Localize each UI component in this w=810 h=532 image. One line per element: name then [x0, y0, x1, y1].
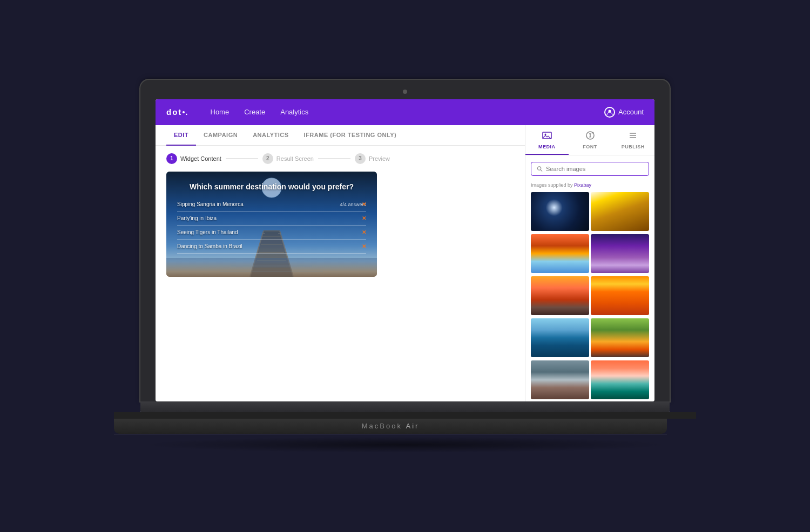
macbook-label: MacBook Air	[362, 422, 420, 430]
sidebar-tab-media[interactable]: MEDIA	[525, 125, 569, 155]
widget-answers: Sipping Sangria in Menorca ✕ Party'ing i…	[177, 197, 366, 254]
answer-remove-3[interactable]: ✕	[362, 229, 366, 235]
step-1: 1 Widget Content	[166, 153, 221, 164]
widget-question: Which summer destination would you prefe…	[177, 182, 366, 191]
svg-point-19	[544, 133, 546, 135]
svg-point-21	[592, 132, 593, 133]
publish-icon	[628, 131, 638, 142]
media-icon	[542, 131, 552, 142]
search-input[interactable]	[546, 166, 643, 172]
account-icon	[604, 107, 615, 118]
image-thumb[interactable]	[531, 276, 589, 315]
step-divider-1	[226, 158, 258, 159]
image-thumb[interactable]	[591, 276, 649, 315]
step-divider-2	[318, 158, 350, 159]
laptop-shadow	[140, 436, 670, 453]
steps-bar: 1 Widget Content 2 Result Screen 3 Previ…	[156, 146, 525, 172]
nav-analytics[interactable]: Analytics	[280, 108, 308, 116]
sidebar-tab-media-label: MEDIA	[538, 144, 556, 149]
image-thumb[interactable]	[531, 360, 589, 399]
nav-links: Home Create Analytics	[211, 108, 605, 116]
answer-row[interactable]: Dancing to Samba in Brazil ✕	[177, 240, 366, 254]
step-2-label: Result Screen	[276, 155, 314, 162]
editor-panel: EDIT CAMPAIGN ANALYTICS IFRAME (FOR TEST…	[156, 125, 525, 401]
search-box[interactable]	[531, 162, 649, 176]
sidebar-tab-publish-label: PUBLISH	[622, 144, 645, 149]
image-thumb[interactable]	[531, 234, 589, 273]
answer-row[interactable]: Seeing Tigers in Thailand ✕	[177, 226, 366, 240]
image-thumb[interactable]	[591, 234, 649, 273]
pixabay-link[interactable]: Pixabay	[574, 182, 591, 188]
tab-campaign[interactable]: CAMPAIGN	[196, 125, 245, 146]
images-grid	[525, 192, 654, 401]
laptop-base-area: MacBook Air	[114, 412, 696, 434]
nav-account[interactable]: Account	[604, 107, 644, 118]
answer-row[interactable]: Sipping Sangria in Menorca ✕	[177, 197, 366, 212]
step-1-label: Widget Content	[180, 155, 221, 162]
tab-edit[interactable]: EDIT	[166, 125, 196, 146]
step-3-label: Preview	[369, 155, 390, 162]
tab-iframe[interactable]: IFRAME (FOR TESTING ONLY)	[296, 125, 404, 146]
widget-card[interactable]: Which summer destination would you prefe…	[166, 172, 377, 277]
top-navigation: dot. Home Create Analytics Account	[156, 99, 654, 125]
step-3-num: 3	[355, 153, 366, 164]
widget-container: Which summer destination would you prefe…	[156, 172, 525, 401]
laptop-camera	[403, 90, 407, 94]
svg-point-25	[537, 166, 541, 169]
step-2-num: 2	[262, 153, 273, 164]
sidebar-tabs: MEDIA FONT	[525, 125, 654, 155]
pixabay-credit: Images supplied by Pixabay	[525, 182, 654, 192]
step-2: 2 Result Screen	[262, 153, 314, 164]
answer-text-2: Party'ing in Ibiza	[177, 215, 217, 221]
laptop-bezel: dot. Home Create Analytics Account	[140, 80, 670, 401]
main-content: EDIT CAMPAIGN ANALYTICS IFRAME (FOR TEST…	[156, 125, 654, 401]
nav-home[interactable]: Home	[211, 108, 230, 116]
image-thumb[interactable]	[591, 192, 649, 231]
laptop-bottom-bezel	[140, 401, 670, 412]
svg-line-26	[541, 169, 542, 171]
app-logo: dot.	[166, 107, 189, 117]
answer-remove-1[interactable]: ✕	[362, 201, 366, 207]
laptop-wrapper: dot. Home Create Analytics Account	[140, 80, 670, 453]
laptop-keyboard-base: MacBook Air	[114, 419, 667, 434]
font-icon	[585, 131, 595, 142]
image-thumb[interactable]	[531, 192, 589, 231]
svg-rect-15	[166, 258, 377, 277]
answer-text-4: Dancing to Samba in Brazil	[177, 243, 242, 249]
editor-tab-bar: EDIT CAMPAIGN ANALYTICS IFRAME (FOR TEST…	[156, 125, 525, 146]
search-icon	[537, 166, 543, 172]
answer-text-1: Sipping Sangria in Menorca	[177, 201, 244, 207]
image-thumb[interactable]	[591, 360, 649, 399]
step-1-num: 1	[166, 153, 177, 164]
right-sidebar: MEDIA FONT	[525, 125, 654, 401]
sidebar-tab-publish[interactable]: PUBLISH	[611, 125, 654, 155]
answer-row[interactable]: Party'ing in Ibiza ✕	[177, 212, 366, 226]
image-thumb[interactable]	[531, 318, 589, 357]
image-thumb[interactable]	[591, 318, 649, 357]
sidebar-tab-font-label: FONT	[583, 144, 597, 149]
widget-background: Which summer destination would you prefe…	[166, 172, 377, 277]
sidebar-tab-font[interactable]: FONT	[569, 125, 612, 155]
account-label: Account	[618, 108, 644, 116]
nav-create[interactable]: Create	[244, 108, 265, 116]
laptop-hinge	[114, 412, 696, 419]
step-3: 3 Preview	[355, 153, 390, 164]
tab-analytics[interactable]: ANALYTICS	[245, 125, 296, 146]
answer-remove-4[interactable]: ✕	[362, 243, 366, 249]
answer-remove-2[interactable]: ✕	[362, 215, 366, 221]
answer-text-3: Seeing Tigers in Thailand	[177, 229, 238, 235]
laptop-screen: dot. Home Create Analytics Account	[156, 99, 654, 401]
laptop-divider	[114, 434, 667, 434]
